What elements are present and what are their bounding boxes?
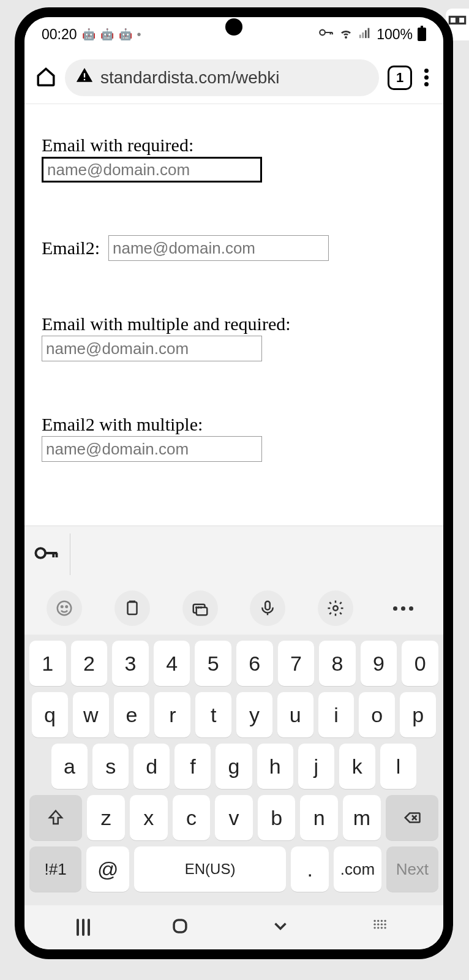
insecure-warning-icon xyxy=(76,67,93,88)
screen: 00:20 🤖 🤖 🤖 • 100% xyxy=(24,17,443,949)
home-icon[interactable] xyxy=(36,66,56,89)
key-6[interactable]: 6 xyxy=(236,641,273,686)
key-c[interactable]: c xyxy=(173,795,211,840)
overflow-menu-icon[interactable] xyxy=(421,66,432,89)
svg-point-11 xyxy=(61,606,63,608)
settings-button[interactable] xyxy=(318,590,353,626)
backspace-key[interactable] xyxy=(386,795,438,840)
key-1[interactable]: 1 xyxy=(29,641,66,686)
more-button[interactable] xyxy=(386,590,421,626)
key-q[interactable]: q xyxy=(32,692,68,737)
divider xyxy=(70,533,70,575)
svg-rect-4 xyxy=(362,32,364,38)
url-bar[interactable]: standardista.com/webki xyxy=(65,59,379,96)
key-d[interactable]: d xyxy=(133,744,170,789)
signal-icon xyxy=(358,26,372,43)
symbols-key[interactable]: !#1 xyxy=(29,846,81,892)
email2-input[interactable] xyxy=(108,235,329,261)
svg-point-27 xyxy=(377,923,379,925)
svg-point-9 xyxy=(36,548,45,558)
key-i[interactable]: i xyxy=(318,692,355,737)
emoji-button[interactable] xyxy=(47,590,82,626)
key-3[interactable]: 3 xyxy=(112,641,149,686)
phone-frame: 00:20 🤖 🤖 🤖 • 100% xyxy=(15,7,453,959)
key-j[interactable]: j xyxy=(298,744,334,789)
key-2[interactable]: 2 xyxy=(71,641,108,686)
shift-key[interactable] xyxy=(29,795,82,840)
keyboard-toolbar xyxy=(24,582,443,635)
period-key[interactable]: . xyxy=(291,846,329,892)
key-v[interactable]: v xyxy=(215,795,253,840)
space-key[interactable]: EN(US) xyxy=(134,846,286,892)
key-t[interactable]: t xyxy=(195,692,231,737)
svg-rect-7 xyxy=(84,74,85,78)
url-text: standardista.com/webki xyxy=(100,68,280,88)
key-k[interactable]: k xyxy=(339,744,375,789)
key-m[interactable]: m xyxy=(343,795,381,840)
password-suggestion-bar xyxy=(24,526,443,582)
browser-toolbar: standardista.com/webki 1 xyxy=(24,51,443,104)
nav-home-icon[interactable] xyxy=(170,916,190,939)
key-w[interactable]: w xyxy=(73,692,109,737)
key-8[interactable]: 8 xyxy=(319,641,356,686)
svg-rect-6 xyxy=(368,28,370,38)
svg-point-20 xyxy=(333,606,338,611)
svg-point-24 xyxy=(381,920,383,922)
svg-point-22 xyxy=(373,920,375,922)
key-y[interactable]: y xyxy=(236,692,272,737)
clock: 00:20 xyxy=(42,26,77,43)
at-key[interactable]: @ xyxy=(86,846,129,892)
key-a[interactable]: a xyxy=(51,744,88,789)
key-0[interactable]: 0 xyxy=(402,641,438,686)
nav-keyboard-hide-icon[interactable] xyxy=(370,916,391,939)
password-key-icon[interactable] xyxy=(33,540,59,568)
key-5[interactable]: 5 xyxy=(195,641,231,686)
key-b[interactable]: b xyxy=(258,795,296,840)
key-r[interactable]: r xyxy=(154,692,190,737)
svg-point-2 xyxy=(320,30,325,36)
nav-recents-icon[interactable] xyxy=(77,919,90,936)
key-7[interactable]: 7 xyxy=(278,641,315,686)
key-f[interactable]: f xyxy=(174,744,211,789)
dotcom-key[interactable]: .com xyxy=(334,846,381,892)
key-n[interactable]: n xyxy=(300,795,338,840)
next-key[interactable]: Next xyxy=(386,846,438,892)
email-required-input[interactable] xyxy=(42,157,262,183)
kb-row-numbers: 1 2 3 4 5 6 7 8 9 0 xyxy=(29,641,438,686)
nav-back-icon[interactable] xyxy=(270,916,291,939)
svg-point-25 xyxy=(384,920,386,922)
email2-multiple-input[interactable] xyxy=(42,436,262,462)
key-o[interactable]: o xyxy=(359,692,395,737)
email-multiple-required-input[interactable] xyxy=(42,336,262,361)
voice-input-button[interactable] xyxy=(250,590,285,626)
key-e[interactable]: e xyxy=(114,692,150,737)
key-u[interactable]: u xyxy=(277,692,313,737)
key-h[interactable]: h xyxy=(257,744,293,789)
svg-rect-1 xyxy=(459,17,465,23)
key-4[interactable]: 4 xyxy=(154,641,190,686)
key-z[interactable]: z xyxy=(87,795,125,840)
key-9[interactable]: 9 xyxy=(361,641,397,686)
svg-point-30 xyxy=(373,927,375,929)
clipboard-button[interactable] xyxy=(114,590,150,626)
key-s[interactable]: s xyxy=(92,744,129,789)
field-email2: Email2: xyxy=(42,235,426,261)
key-p[interactable]: p xyxy=(400,692,436,737)
page-content[interactable]: Email with required: Email2: Email with … xyxy=(24,104,443,526)
android-icon: 🤖 xyxy=(82,28,96,41)
key-l[interactable]: l xyxy=(380,744,416,789)
field-email2-multiple: Email2 with multiple: xyxy=(42,414,426,462)
svg-point-31 xyxy=(377,927,379,929)
svg-point-12 xyxy=(66,606,68,608)
tabs-button[interactable]: 1 xyxy=(388,66,412,90)
keyboard: 1 2 3 4 5 6 7 8 9 0 q w e r t y u i o xyxy=(24,635,443,905)
field-email-multiple-required: Email with multiple and required: xyxy=(42,314,426,361)
keyboard-switch-button[interactable] xyxy=(182,590,218,626)
key-g[interactable]: g xyxy=(216,744,252,789)
kb-row-asdf: a s d f g h j k l xyxy=(29,744,438,789)
svg-rect-15 xyxy=(196,608,207,616)
key-x[interactable]: x xyxy=(130,795,168,840)
svg-rect-21 xyxy=(174,920,186,932)
battery-percent: 100% xyxy=(377,26,413,43)
svg-rect-3 xyxy=(359,35,361,38)
